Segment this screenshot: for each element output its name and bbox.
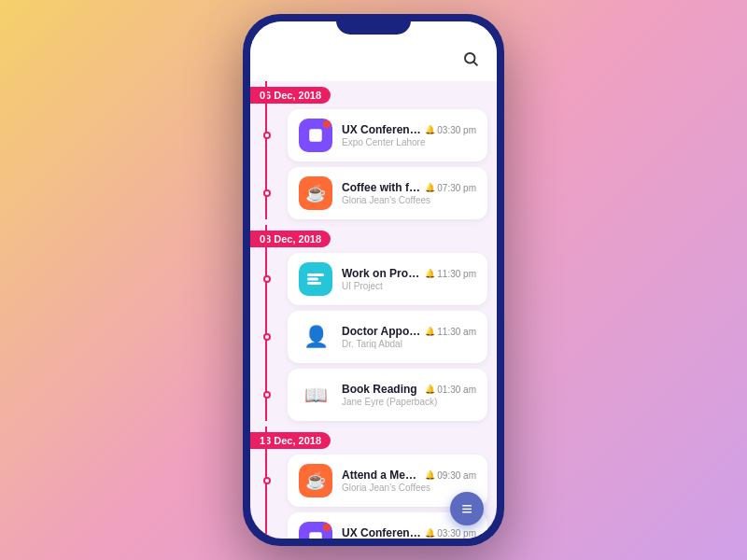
timeline-line [265,81,267,219]
bell-icon: 🔔 [425,125,435,134]
event-subtitle: UI Project [342,281,476,291]
event-info: Coffee with friend🔔 07:30 pmGloria Jean'… [342,181,476,205]
svg-line-1 [473,62,476,64]
date-label: 08 Dec, 2018 [250,231,331,247]
svg-rect-2 [309,129,322,142]
date-label: 13 Dec, 2018 [250,432,331,449]
event-title: UX Conference [342,526,421,539]
event-icon-person: 👤 [299,320,332,354]
event-title-row: UX Conference🔔 03:30 pm [342,123,476,136]
event-card[interactable]: UX Conference🔔 03:30 pmExpo Center Lahor… [288,109,487,161]
event-title-row: Book Reading🔔 01:30 am [342,383,476,396]
phone-screen: 06 Dec, 2018 UX Conference🔔 03:30 pmExpo… [250,21,497,539]
event-icon-coffee: ☕ [299,464,332,497]
event-icon-teal [299,262,332,296]
bell-icon: 🔔 [425,269,435,278]
event-title-row: Coffee with friend🔔 07:30 pm [342,181,476,194]
event-subtitle: Gloria Jean's Coffees [342,195,476,205]
date-label: 06 Dec, 2018 [250,87,331,104]
event-info: UX Conference🔔 03:30 pmExpo Center Lahor… [342,123,476,147]
event-info: Attend a Meeting🔔 09:30 amGloria Jean's … [342,469,476,493]
event-time: 🔔 07:30 pm [425,183,476,193]
event-subtitle: Jane Eyre (Paperback) [342,397,476,407]
event-title: UX Conference [342,123,421,136]
date-section-1: 08 Dec, 2018 Work on Project🔔 11:30 pmUI… [250,225,497,421]
search-button[interactable] [459,48,482,70]
bell-icon: 🔔 [425,385,435,394]
event-title: Work on Project [342,267,421,280]
timeline-dot [263,189,271,197]
event-title-row: UX Conference🔔 03:30 pm [342,526,476,539]
event-icon-coffee: ☕ [299,176,332,210]
timeline-dot [263,391,271,399]
timeline-dot [263,333,271,341]
event-time: 🔔 03:30 pm [425,125,476,135]
bell-icon: 🔔 [425,183,435,192]
timeline-dot [263,132,271,139]
event-card[interactable]: Work on Project🔔 11:30 pmUI Project [288,253,487,305]
event-title: Book Reading [342,383,417,396]
event-icon-purple_square [299,119,332,152]
date-section-0: 06 Dec, 2018 UX Conference🔔 03:30 pmExpo… [250,81,497,219]
event-info: Work on Project🔔 11:30 pmUI Project [342,267,476,291]
phone-frame: 06 Dec, 2018 UX Conference🔔 03:30 pmExpo… [243,14,504,546]
timeline-dot [263,535,271,539]
event-time: 🔔 11:30 pm [425,269,476,279]
event-card[interactable]: ☕Coffee with friend🔔 07:30 pmGloria Jean… [288,167,487,219]
event-time: 🔔 11:30 am [425,327,476,337]
event-time: 🔔 03:30 pm [425,528,476,539]
event-icon-book: 📖 [299,378,332,412]
timeline-scroll: 06 Dec, 2018 UX Conference🔔 03:30 pmExpo… [250,81,497,539]
event-title-row: Attend a Meeting🔔 09:30 am [342,469,476,482]
phone-notch [336,14,411,35]
event-time: 🔔 01:30 am [425,385,476,395]
event-subtitle: Gloria Jean's Coffees [342,483,476,493]
event-title: Doctor Appointment [342,325,421,338]
bell-icon: 🔔 [425,470,435,480]
event-icon-purple_square [299,522,332,539]
svg-rect-5 [307,282,321,285]
event-info: Book Reading🔔 01:30 amJane Eyre (Paperba… [342,383,476,407]
menu-icon: ≡ [461,499,472,518]
event-title: Attend a Meeting [342,469,421,482]
svg-rect-3 [307,273,324,276]
svg-rect-6 [309,532,322,539]
bell-icon: 🔔 [425,327,435,336]
event-subtitle: Expo Center Lahore [342,137,476,147]
timeline-dot [263,275,271,283]
event-card[interactable]: 📖Book Reading🔔 01:30 amJane Eyre (Paperb… [288,369,487,421]
event-info: UX Conference🔔 03:30 pmExpo Center Lahor… [342,526,476,539]
event-title: Coffee with friend [342,181,421,194]
event-title-row: Doctor Appointment🔔 11:30 am [342,325,476,338]
fab-button[interactable]: ≡ [450,492,484,525]
event-title-row: Work on Project🔔 11:30 pm [342,267,476,280]
event-card[interactable]: 👤Doctor Appointment🔔 11:30 amDr. Tariq A… [288,311,487,363]
event-time: 🔔 09:30 am [425,470,476,481]
svg-rect-4 [307,278,318,281]
event-subtitle: Dr. Tariq Abdal [342,339,476,349]
bell-icon: 🔔 [425,528,435,538]
event-info: Doctor Appointment🔔 11:30 amDr. Tariq Ab… [342,325,476,349]
timeline-dot [263,477,271,484]
